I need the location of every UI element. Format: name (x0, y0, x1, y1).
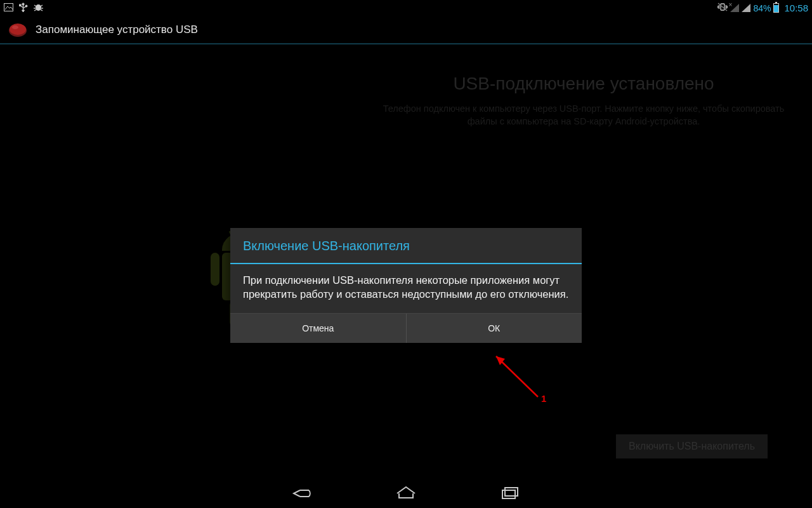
ok-button[interactable]: ОК (406, 314, 582, 343)
bug-icon (33, 3, 44, 13)
clock: 10:58 (784, 3, 808, 13)
dialog-title: Включение USB-накопителя (230, 228, 582, 263)
dialog-body: При подключении USB-накопителя некоторые… (230, 264, 582, 313)
signal-1-icon: × (730, 4, 739, 12)
usb-trident-icon (18, 3, 28, 14)
content-area: USB-подключение установлено Телефон подк… (0, 50, 812, 478)
svg-point-22 (10, 23, 26, 35)
svg-point-8 (36, 4, 41, 11)
nav-home-button[interactable] (392, 482, 420, 504)
image-icon (4, 3, 13, 13)
action-bar-title: Запоминающее устройство USB (36, 23, 198, 36)
nav-back-button[interactable] (288, 482, 316, 504)
nav-recent-button[interactable] (496, 482, 524, 504)
svg-rect-4 (20, 4, 22, 6)
svg-point-23 (12, 25, 18, 29)
battery-percent: 84% (753, 3, 771, 13)
svg-line-13 (34, 10, 36, 11)
action-bar: Запоминающее устройство USB (0, 16, 812, 44)
usb-storage-dialog: Включение USB-накопителя При подключении… (230, 228, 582, 343)
svg-point-6 (25, 5, 27, 7)
svg-line-10 (41, 5, 43, 6)
cancel-button[interactable]: Отмена (230, 314, 406, 343)
svg-line-9 (34, 5, 36, 6)
svg-line-14 (41, 10, 43, 11)
svg-marker-7 (22, 10, 25, 12)
vibrate-mute-icon (717, 3, 728, 13)
signal-2-icon (742, 4, 750, 12)
battery-icon (773, 3, 779, 13)
nav-bar (0, 478, 812, 508)
dialog-button-bar: Отмена ОК (230, 313, 582, 343)
jellybean-icon (8, 20, 28, 40)
status-bar: × 84% 10:58 (0, 0, 812, 16)
